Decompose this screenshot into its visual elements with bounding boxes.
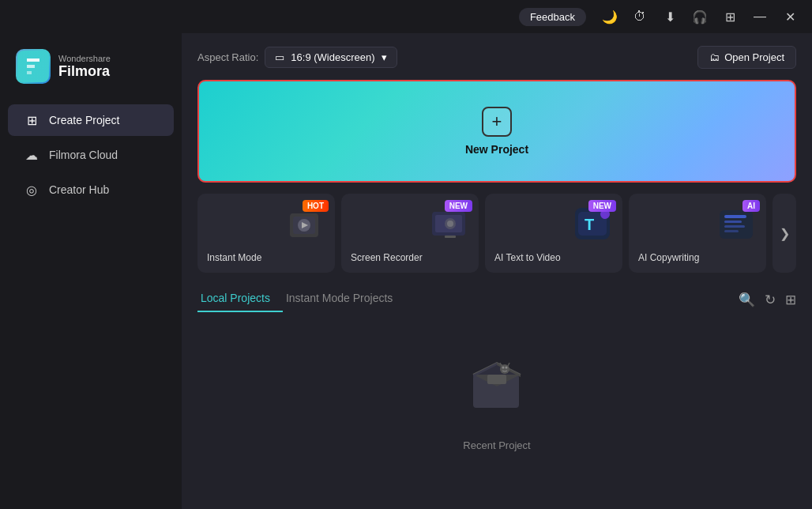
folder-icon: 🗂 <box>709 51 720 63</box>
tabs-left: Local Projects Instant Mode Projects <box>197 287 405 312</box>
support-icon[interactable]: 🎧 <box>687 4 712 29</box>
feature-cards-row: HOT Instant Mode NEW <box>197 194 796 273</box>
minimize-button[interactable]: — <box>747 4 773 29</box>
aspect-ratio-value: 16:9 (Widescreen) <box>291 51 374 63</box>
feedback-button[interactable]: Feedback <box>519 8 586 26</box>
instant-mode-label: Instant Mode <box>207 252 325 263</box>
svg-text:T: T <box>585 216 594 233</box>
empty-state-label: Recent Project <box>463 439 530 451</box>
tab-local-projects[interactable]: Local Projects <box>197 287 283 312</box>
svg-point-22 <box>502 367 505 369</box>
feature-card-ai-text-to-video[interactable]: NEW T AI Text to Video <box>485 194 622 273</box>
svg-rect-17 <box>724 225 745 228</box>
sidebar: Wondershare Filmora ⊞ Create Project ☁ F… <box>0 33 182 509</box>
sidebar-item-label: Create Project <box>49 114 119 126</box>
aspect-ratio-selector: Aspect Ratio: ▭ 16:9 (Widescreen) ▾ <box>197 47 397 68</box>
grid-view-icon[interactable]: ⊞ <box>785 292 796 308</box>
aspect-ratio-dropdown[interactable]: ▭ 16:9 (Widescreen) ▾ <box>265 47 397 68</box>
sidebar-item-creator-hub[interactable]: ◎ Creator Hub <box>8 174 174 205</box>
sidebar-item-label: Creator Hub <box>49 183 109 196</box>
svg-point-23 <box>506 367 508 369</box>
timer-icon[interactable]: ⏱ <box>627 4 652 29</box>
feature-card-screen-recorder[interactable]: NEW Screen Recorder <box>341 194 479 273</box>
logo-text: Wondershare Filmora <box>58 54 111 80</box>
open-project-button[interactable]: 🗂 Open Project <box>697 46 796 69</box>
new-project-banner[interactable]: + New Project <box>197 80 796 183</box>
new-project-label: New Project <box>465 143 528 156</box>
download-icon[interactable]: ⬇ <box>657 4 682 29</box>
content-area: Aspect Ratio: ▭ 16:9 (Widescreen) ▾ 🗂 Op… <box>182 33 812 509</box>
tabs-row: Local Projects Instant Mode Projects 🔍 ↻… <box>197 287 796 312</box>
ai-copywriting-label: AI Copywriting <box>638 252 757 263</box>
tabs-right: 🔍 ↻ ⊞ <box>739 292 796 308</box>
svg-rect-9 <box>445 236 456 238</box>
empty-box-icon <box>461 347 532 433</box>
svg-point-8 <box>447 221 453 227</box>
sidebar-item-create-project[interactable]: ⊞ Create Project <box>8 104 174 136</box>
hot-badge: HOT <box>303 200 329 212</box>
svg-rect-20 <box>487 375 506 384</box>
cloud-icon: ☁ <box>24 147 39 163</box>
scroll-right-button[interactable]: ❯ <box>773 194 796 273</box>
logo-icon <box>16 49 51 84</box>
screen-recorder-label: Screen Recorder <box>351 252 469 263</box>
chevron-down-icon: ▾ <box>382 51 387 63</box>
empty-state: Recent Project <box>197 323 796 459</box>
ai-badge: AI <box>742 200 760 212</box>
svg-rect-14 <box>720 210 753 239</box>
logo-product: Filmora <box>58 63 111 80</box>
new-badge: NEW <box>445 200 472 212</box>
new-badge-2: NEW <box>588 200 616 212</box>
aspect-ratio-label: Aspect Ratio: <box>197 51 258 63</box>
sidebar-item-filmora-cloud[interactable]: ☁ Filmora Cloud <box>8 139 174 171</box>
new-project-plus-icon: + <box>482 107 512 137</box>
title-bar: Feedback 🌙 ⏱ ⬇ 🎧 ⊞ — ✕ <box>0 0 812 33</box>
feature-card-ai-copywriting[interactable]: AI AI Copywriting <box>629 194 766 273</box>
create-project-icon: ⊞ <box>24 112 39 128</box>
creator-hub-icon: ◎ <box>24 182 39 198</box>
chevron-right-icon: ❯ <box>780 226 790 241</box>
feature-card-instant-mode[interactable]: HOT Instant Mode <box>197 194 335 273</box>
aspect-ratio-icon: ▭ <box>275 51 284 63</box>
app-body: Wondershare Filmora ⊞ Create Project ☁ F… <box>0 33 812 509</box>
plus-icon: + <box>492 113 502 130</box>
logo-area: Wondershare Filmora <box>0 41 182 103</box>
theme-toggle-icon[interactable]: 🌙 <box>597 4 622 29</box>
open-project-label: Open Project <box>724 51 784 63</box>
logo-brand: Wondershare <box>58 54 111 63</box>
ai-text-to-video-label: AI Text to Video <box>494 252 613 263</box>
search-icon[interactable]: 🔍 <box>739 292 755 308</box>
svg-rect-15 <box>724 215 746 218</box>
svg-rect-18 <box>724 230 739 232</box>
refresh-icon[interactable]: ↻ <box>765 292 776 308</box>
close-button[interactable]: ✕ <box>777 4 803 29</box>
top-bar: Aspect Ratio: ▭ 16:9 (Widescreen) ▾ 🗂 Op… <box>197 46 796 69</box>
apps-icon[interactable]: ⊞ <box>717 4 742 29</box>
svg-rect-16 <box>724 221 742 223</box>
tab-instant-mode-projects[interactable]: Instant Mode Projects <box>283 287 405 312</box>
sidebar-item-label: Filmora Cloud <box>49 149 118 161</box>
